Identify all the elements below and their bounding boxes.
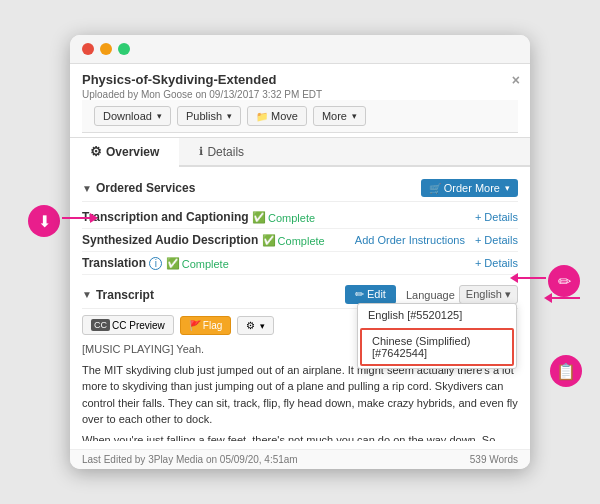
title-bar [70,35,530,64]
doc-side-icon[interactable]: 📋 [550,355,582,387]
close-dot[interactable] [82,43,94,55]
lang-option-chinese[interactable]: Chinese (Simplified) [#7642544] [360,328,514,366]
service-audio: Synthesized Audio Description ✅ Complete… [82,229,518,252]
download-arrow [62,213,98,223]
more-button[interactable]: More [313,106,366,126]
ordered-services-header: ▼ Ordered Services 🛒 Order More [82,175,518,202]
triangle-icon: ▼ [82,183,92,194]
ordered-services-title: Ordered Services [96,181,195,195]
doc-circle: 📋 [550,355,582,387]
tabs-bar: ⚙ Overview ℹ Details [70,138,530,167]
transcript-triangle-icon: ▼ [82,289,92,300]
file-title: Physics-of-Skydiving-Extended [82,72,518,87]
publish-button[interactable]: Publish [177,106,241,126]
language-menu: English [#5520125] Chinese (Simplified) … [357,303,517,369]
service-transcription: Transcription and Captioning ✅ Complete … [82,206,518,229]
minimize-dot[interactable] [100,43,112,55]
lang-side-icon[interactable] [544,293,580,303]
lang-option-english[interactable]: English [#5520125] [358,304,516,326]
flag-label: Flag [203,320,222,331]
language-selected: English ▾ [466,288,511,301]
audio-details-link[interactable]: + Details [475,234,518,246]
file-header: Physics-of-Skydiving-Extended Uploaded b… [70,64,530,138]
order-more-label: Order More [444,182,500,194]
transcript-content: The MIT skydiving club just jumped out o… [82,362,518,428]
download-button[interactable]: Download [94,106,171,126]
tab-details[interactable]: ℹ Details [179,138,264,165]
word-count: 539 Words [470,454,518,465]
toolbar: Download Publish 📁 Move More [82,100,518,133]
more-label: More [322,110,347,122]
file-meta: Uploaded by Mon Goose on 09/13/2017 3:32… [82,89,518,100]
transcript-content-2: When you're just falling a few feet, the… [82,432,518,442]
transcript-section: ▼ Transcript ✏ Edit Language English ▾ E… [82,281,518,441]
cc-preview-button[interactable]: CC CC Preview [82,315,174,335]
transcript-header: ▼ Transcript ✏ Edit Language English ▾ E… [82,281,518,309]
download-circle: ⬇ [28,205,60,237]
edit-label: ✏ Edit [355,288,386,301]
edit-arrow [510,273,546,283]
tab-overview[interactable]: ⚙ Overview [70,138,179,167]
last-edited: Last Edited by 3Play Media on 05/09/20, … [82,454,298,465]
language-label: Language [406,289,455,301]
tools-button[interactable]: ⚙ [237,316,274,335]
maximize-dot[interactable] [118,43,130,55]
order-more-button[interactable]: 🛒 Order More [421,179,518,197]
footer-bar: Last Edited by 3Play Media on 05/09/20, … [70,449,530,469]
tools-icon: ⚙ [246,320,255,331]
move-button[interactable]: 📁 Move [247,106,307,126]
transcript-title: Transcript [96,288,154,302]
close-button[interactable]: × [512,72,520,88]
download-label: Download [103,110,152,122]
language-dropdown[interactable]: English ▾ English [#5520125] Chinese (Si… [459,285,518,304]
download-side-icon[interactable]: ⬇ [28,205,60,237]
move-label: Move [271,110,298,122]
flag-button[interactable]: 🚩 Flag [180,316,231,335]
flag-icon: 🚩 [189,320,201,331]
translation-info-icon[interactable]: i [149,257,162,270]
publish-label: Publish [186,110,222,122]
cc-icon: CC [91,319,110,331]
main-content: ▼ Ordered Services 🛒 Order More Transcri… [70,167,530,449]
cc-preview-label: CC Preview [112,320,165,331]
main-window: Physics-of-Skydiving-Extended Uploaded b… [70,35,530,469]
transcription-details-link[interactable]: + Details [475,211,518,223]
translation-details-link[interactable]: + Details [475,257,518,269]
edit-button[interactable]: ✏ Edit [345,285,396,304]
service-translation: Translation i ✅ Complete + Details [82,252,518,275]
add-order-link[interactable]: Add Order Instructions [355,234,465,246]
